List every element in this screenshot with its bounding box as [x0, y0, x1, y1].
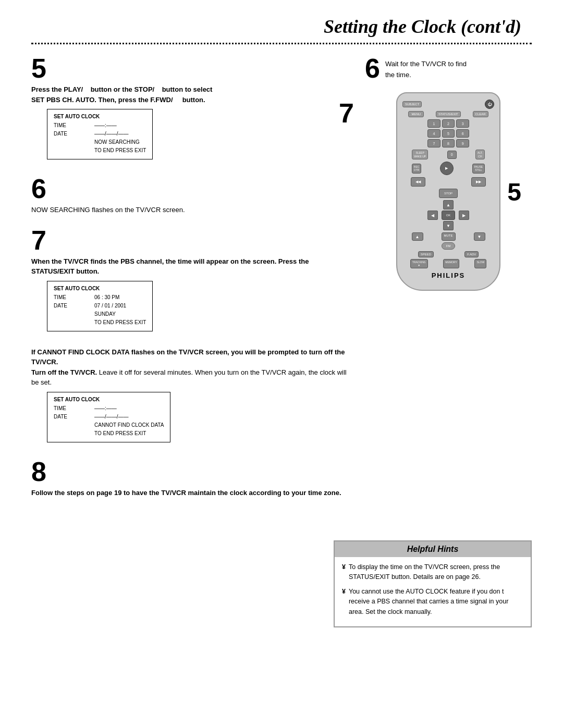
tracking-button[interactable]: TRACKING▼ — [410, 259, 428, 268]
step-7-block: 7 When the TV/VCR finds the PBS channel,… — [31, 227, 349, 336]
btn-5[interactable]: 5 — [442, 129, 455, 138]
screen3-row-cannot: CANNOT FIND CLOCK DATA — [54, 421, 164, 429]
btn-8[interactable]: 8 — [442, 139, 455, 147]
btn-4[interactable]: 4 — [427, 129, 440, 138]
helpful-hints-title: Helpful Hints — [335, 541, 531, 557]
hint-2-bullet: ¥ — [342, 587, 346, 617]
step-5-block: 5 Press the PLAY/ button or the STOP/ bu… — [31, 55, 349, 164]
step-6-right-number: 6 — [365, 55, 380, 82]
btn-9[interactable]: 9 — [456, 139, 469, 147]
step-8-block: 8 Follow the steps on page 19 to have th… — [31, 458, 349, 498]
dpad-mid-row: ◀ OK ▶ — [427, 211, 469, 220]
remote-top-row: SUBJECT ⏻ — [402, 100, 494, 109]
vol-up-button[interactable]: ▲ — [412, 232, 423, 241]
subject-button[interactable]: SUBJECT — [402, 101, 422, 107]
screen1-row-time: TIME ——:—— — [54, 121, 146, 130]
vol-down-button[interactable]: ▼ — [474, 232, 485, 241]
memory-button[interactable]: MEMORY — [443, 259, 459, 268]
screen1-title: SET AUTO CLOCK — [54, 114, 146, 119]
step-5-remote-label: 5 — [507, 177, 521, 206]
dpad-down-row: ▼ — [427, 221, 469, 230]
rew-button[interactable]: ◀◀ — [411, 177, 425, 187]
remote-vol-row: ▲ MUTE ▼ — [402, 232, 494, 241]
hint-2-text: You cannot use the AUTO CLOCK feature if… — [349, 587, 523, 617]
remote-wrapper: SUBJECT ⏻ MENU STATUS/EXIT CLEAR 1 2 — [396, 92, 500, 291]
screen3-title: SET AUTO CLOCK — [54, 397, 164, 402]
hint-1-bullet: ¥ — [342, 562, 346, 583]
screen2-title: SET AUTO CLOCK — [54, 286, 146, 291]
remote-rec-row: RECOTR ▶ PAUSESTILL — [402, 162, 494, 175]
slow-button[interactable]: SLOW — [474, 259, 486, 268]
dpad-up-row: ▲ — [427, 200, 469, 209]
power-button[interactable]: ⏻ — [485, 100, 494, 109]
ok-button[interactable]: OK — [442, 211, 455, 220]
step-6-right-area: 6 Wait for the TV/VCR to findthe time. — [365, 55, 532, 82]
left-column: 5 Press the PLAY/ button or the STOP/ bu… — [31, 55, 349, 509]
page-title: Setting the Clock (cont'd) — [31, 16, 532, 38]
btn-6[interactable]: 6 — [456, 129, 469, 138]
helpful-hints-area: Helpful Hints ¥ To display the time on t… — [31, 525, 532, 627]
screen3-row-date: DATE ——/——/—— — [54, 413, 164, 421]
fm-button[interactable]: FM — [442, 242, 456, 250]
step-6-block: 6 NOW SEARCHING flashes on the TV/VCR sc… — [31, 175, 349, 215]
mute-button[interactable]: MUTE — [442, 232, 456, 241]
remote-control: SUBJECT ⏻ MENU STATUS/EXIT CLEAR 1 2 — [396, 92, 500, 291]
remote-tracking-row: TRACKING▼ MEMORY SLOW — [402, 259, 494, 268]
alt-ch-button[interactable]: ALT.CH — [475, 150, 485, 159]
sleep-wakup-button[interactable]: SLEEPWAKE UP — [412, 150, 428, 159]
screen2-row-time: TIME 06 : 30 PM — [54, 293, 146, 302]
screen2-row-end: TO END PRESS EXIT — [54, 318, 146, 327]
hint-1-text: To display the time on the TV/VCR screen… — [349, 562, 523, 583]
status-exit-button[interactable]: STATUS/EXIT — [436, 111, 461, 117]
clear-button[interactable]: CLEAR — [473, 111, 488, 117]
remote-brand: PHILIPS — [402, 272, 494, 279]
step-6-wait-text: Wait for the TV/VCR to findthe time. — [385, 55, 467, 81]
up-button[interactable]: ▲ — [443, 200, 454, 209]
fadv-button[interactable]: F.ADV — [464, 251, 479, 257]
left-button[interactable]: ◀ — [427, 211, 438, 220]
stop-button[interactable]: STOP — [439, 189, 458, 198]
step-5-text2: SET PBS CH. AUTO. Then, press the F.FWD/… — [31, 95, 349, 105]
right-column: 6 Wait for the TV/VCR to findthe time. 7… — [365, 55, 532, 509]
remote-numpad: 1 2 3 4 5 6 7 8 9 — [427, 119, 469, 147]
remote-stop-row: STOP — [402, 189, 494, 198]
section-divider — [31, 43, 532, 44]
remote-sleep-row: SLEEPWAKE UP 0 ALT.CH — [402, 150, 494, 159]
screen1-row-date: DATE ——/——/—— — [54, 130, 146, 138]
screen2-row-date: DATE 07 / 01 / 2001 — [54, 302, 146, 310]
ffwd-button[interactable]: ▶▶ — [471, 177, 486, 187]
btn-7[interactable]: 7 — [427, 139, 440, 147]
remote-dpad: ▲ ◀ OK ▶ ▼ — [427, 200, 469, 230]
remote-speed-row: SPEED F.ADV — [402, 251, 494, 257]
helpful-hints-content: ¥ To display the time on the TV/VCR scre… — [335, 557, 531, 626]
screen3-row-end: TO END PRESS EXIT — [54, 429, 164, 438]
menu-button[interactable]: MENU — [408, 111, 424, 117]
screen2-row-day: SUNDAY — [54, 310, 146, 318]
step-5-number: 5 — [31, 55, 349, 82]
play-button[interactable]: ▶ — [440, 162, 454, 175]
helpful-hints-box: Helpful Hints ¥ To display the time on t… — [334, 540, 532, 627]
screen1-row-end: TO END PRESS EXIT — [54, 146, 146, 155]
step-7-right-number: 7 — [339, 97, 354, 129]
speed-button[interactable]: SPEED — [418, 251, 434, 257]
screen3-row-time: TIME ——:—— — [54, 404, 164, 413]
remote-rew-row: ◀◀ ▶▶ — [402, 177, 494, 187]
right-button[interactable]: ▶ — [459, 211, 469, 220]
step-7-number: 7 — [31, 227, 349, 254]
btn-1[interactable]: 1 — [427, 119, 440, 128]
rec-otr-button[interactable]: RECOTR — [412, 164, 422, 174]
screen-mockup-2: SET AUTO CLOCK TIME 06 : 30 PM DATE 07 /… — [47, 281, 153, 331]
step-6-number: 6 — [31, 175, 349, 202]
hint-2: ¥ You cannot use the AUTO CLOCK feature … — [342, 587, 523, 617]
step-8-text: Follow the steps on page 19 to have the … — [31, 488, 349, 498]
btn-3[interactable]: 3 — [456, 119, 469, 128]
btn-0[interactable]: 0 — [447, 151, 457, 159]
screen-mockup-3: SET AUTO CLOCK TIME ——:—— DATE ——/——/—— … — [47, 392, 170, 442]
pause-still-button[interactable]: PAUSESTILL — [472, 164, 485, 174]
down-button[interactable]: ▼ — [443, 221, 454, 230]
step-7b-block: If CANNOT FIND CLOCK DATA flashes on the… — [31, 347, 349, 447]
step-5-text1: Press the PLAY/ button or the STOP/ butt… — [31, 84, 349, 95]
btn-2[interactable]: 2 — [442, 119, 455, 128]
screen1-row-searching: NOW SEARCHING — [54, 138, 146, 146]
hint-1: ¥ To display the time on the TV/VCR scre… — [342, 562, 523, 583]
